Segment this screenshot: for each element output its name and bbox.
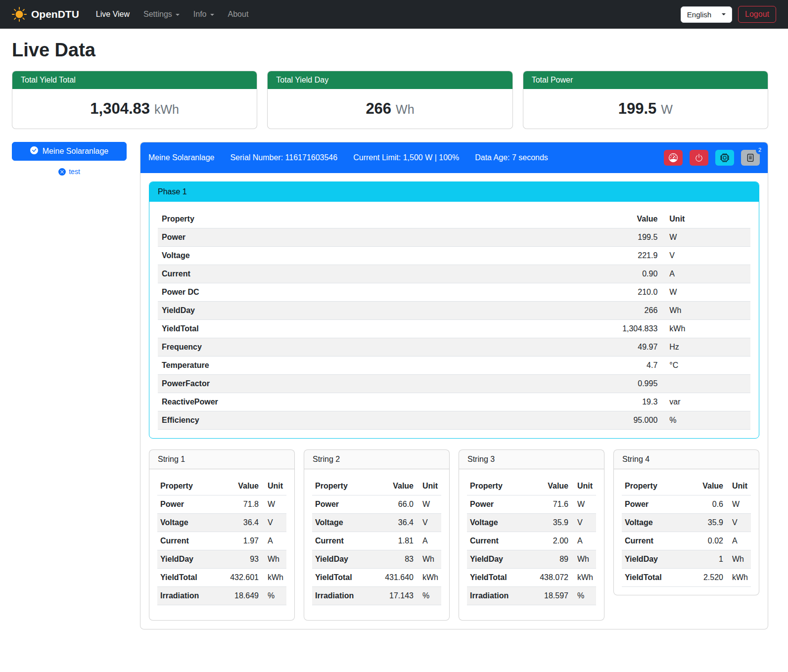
summary-card-value: 1,304.83 [90, 100, 150, 117]
table-row: YieldTotal2.520kWh [622, 569, 751, 587]
limit-settings-button[interactable] [664, 150, 683, 166]
brand-label: OpenDTU [31, 8, 79, 20]
phase-card: Phase 1 Property Value Unit Power199.5WV… [149, 181, 759, 439]
nav-item-settings[interactable]: Settings [138, 6, 185, 23]
table-row: ReactivePower19.3var [158, 393, 750, 411]
table-row: Current1.97A [157, 532, 286, 550]
logout-button[interactable]: Logout [738, 6, 776, 23]
column-header-unit: Unit [571, 477, 596, 495]
summary-card-unit: W [661, 102, 673, 116]
summary-card-title: Total Yield Day [268, 71, 512, 89]
nav-item-about[interactable]: About [222, 6, 255, 23]
inverter-item-test[interactable]: test [12, 168, 127, 176]
value-cell: 210.0 [531, 283, 662, 302]
unit-cell: V [661, 247, 750, 265]
table-row: YieldDay1Wh [622, 550, 751, 569]
property-cell: Voltage [157, 514, 216, 532]
column-header-value: Value [371, 477, 417, 495]
unit-cell: Hz [661, 338, 750, 357]
table-row: Power199.5W [158, 228, 750, 247]
property-cell: Irradiation [312, 587, 371, 605]
device-info-button[interactable] [715, 150, 734, 166]
table-row: YieldDay89Wh [467, 550, 596, 569]
property-cell: Voltage [467, 514, 526, 532]
inverter-name-label: Meine Solaranlage [43, 147, 108, 156]
property-cell: YieldDay [467, 550, 526, 569]
table-row: YieldDay83Wh [312, 550, 441, 569]
nav-item-live-view[interactable]: Live View [90, 6, 136, 23]
inverter-panel-body: Phase 1 Property Value Unit Power199.5WV… [140, 173, 768, 629]
language-select[interactable]: English [681, 6, 732, 23]
property-cell: Irradiation [157, 587, 216, 605]
test-item-label: test [69, 168, 80, 176]
unit-cell: W [661, 228, 750, 247]
table-row: Voltage36.4V [312, 514, 441, 532]
property-cell: Voltage [622, 514, 686, 532]
string-table: Property Value Unit Power0.6WVoltage35.9… [622, 477, 751, 587]
table-row: Irradiation17.143% [312, 587, 441, 605]
navbar-right: English Logout [681, 6, 776, 23]
property-cell: YieldTotal [312, 569, 371, 587]
value-cell: 71.6 [526, 495, 571, 514]
property-cell: YieldTotal [622, 569, 686, 587]
property-cell: Temperature [158, 357, 531, 375]
page-content: Live Data Total Yield Total 1,304.83kWh … [0, 29, 788, 643]
property-cell: YieldDay [622, 550, 686, 569]
value-cell: 35.9 [686, 514, 726, 532]
string-title-label: String 1 [158, 455, 185, 463]
cpu-icon [720, 153, 729, 162]
summary-card-unit: kWh [154, 102, 179, 116]
table-row: Voltage35.9V [622, 514, 751, 532]
string-table: Property Value Unit Power71.6WVoltage35.… [467, 477, 596, 605]
unit-cell: Wh [262, 550, 286, 569]
table-row: Current0.02A [622, 532, 751, 550]
property-cell: Power [467, 495, 526, 514]
unit-cell: A [726, 532, 751, 550]
nav-item-info[interactable]: Info [187, 6, 220, 23]
unit-cell: V [417, 514, 441, 532]
property-cell: Frequency [158, 338, 531, 357]
value-cell: 266 [531, 302, 662, 320]
event-log-button[interactable]: 2 [741, 150, 760, 166]
unit-cell: kWh [262, 569, 286, 587]
power-button[interactable] [690, 150, 708, 166]
column-header-value: Value [216, 477, 262, 495]
chevron-down-icon [176, 14, 180, 16]
string-title-label: String 3 [467, 455, 495, 463]
summary-cards: Total Yield Total 1,304.83kWh Total Yiel… [12, 71, 768, 129]
table-row: Current0.90A [158, 265, 750, 283]
language-value: English [687, 10, 711, 19]
value-cell: 0.995 [531, 375, 662, 393]
value-cell: 49.97 [531, 338, 662, 357]
table-row: YieldTotal1,304.833kWh [158, 320, 750, 338]
unit-cell: A [262, 532, 286, 550]
value-cell: 221.9 [531, 247, 662, 265]
table-row: YieldDay93Wh [157, 550, 286, 569]
table-row: Power0.6W [622, 495, 751, 514]
column-header-unit: Unit [262, 477, 286, 495]
value-cell: 89 [526, 550, 571, 569]
brand-link[interactable]: OpenDTU [12, 7, 79, 22]
string-title-label: String 2 [313, 455, 340, 463]
property-cell: Current [467, 532, 526, 550]
phase-title: Phase 1 [149, 182, 759, 202]
unit-cell: A [571, 532, 596, 550]
string-card-header: String 3 [459, 450, 604, 469]
property-cell: PowerFactor [158, 375, 531, 393]
unit-cell: % [417, 587, 441, 605]
strings-grid: String 1 Property Value Unit Power71.8WV… [149, 449, 759, 621]
column-header-property: Property [622, 477, 686, 495]
property-cell: Current [622, 532, 686, 550]
inverter-select-button[interactable]: Meine Solaranlage [12, 142, 127, 161]
unit-cell: W [417, 495, 441, 514]
unit-cell: Wh [726, 550, 751, 569]
unit-cell: kWh [726, 569, 751, 587]
property-cell: Power [312, 495, 371, 514]
unit-cell: kWh [417, 569, 441, 587]
table-row: Current1.81A [312, 532, 441, 550]
summary-card-unit: Wh [396, 102, 415, 116]
string-card: String 3 Property Value Unit Power71.6WV… [459, 449, 604, 621]
sun-logo-icon [12, 7, 27, 22]
value-cell: 0.02 [686, 532, 726, 550]
string-card-header: String 4 [614, 450, 759, 469]
